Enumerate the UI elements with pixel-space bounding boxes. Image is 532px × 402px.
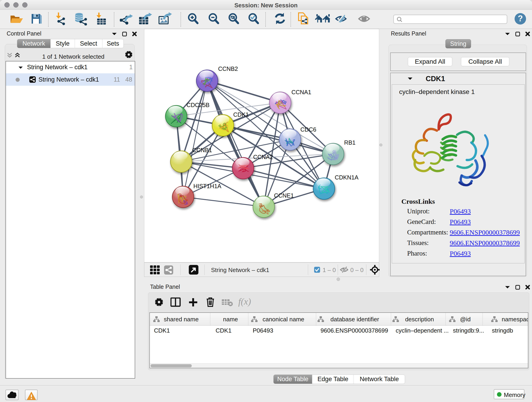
svg-text:CCNB2: CCNB2 (218, 65, 238, 72)
svg-text:CDC25B: CDC25B (186, 102, 210, 108)
svg-text:HIST1H1A: HIST1H1A (193, 183, 221, 189)
svg-text:CCNA1: CCNA1 (291, 89, 311, 95)
svg-text:CDC6: CDC6 (300, 126, 316, 133)
svg-text:CCNA2: CCNA2 (253, 154, 273, 160)
svg-text:?: ? (518, 14, 523, 23)
svg-text:CCNE1: CCNE1 (274, 192, 294, 199)
svg-text:CCNB1: CCNB1 (192, 147, 212, 153)
svg-text:RB1: RB1 (344, 139, 355, 146)
svg-text:CDKN1A: CDKN1A (335, 174, 358, 181)
svg-text:CDK1: CDK1 (233, 111, 249, 118)
